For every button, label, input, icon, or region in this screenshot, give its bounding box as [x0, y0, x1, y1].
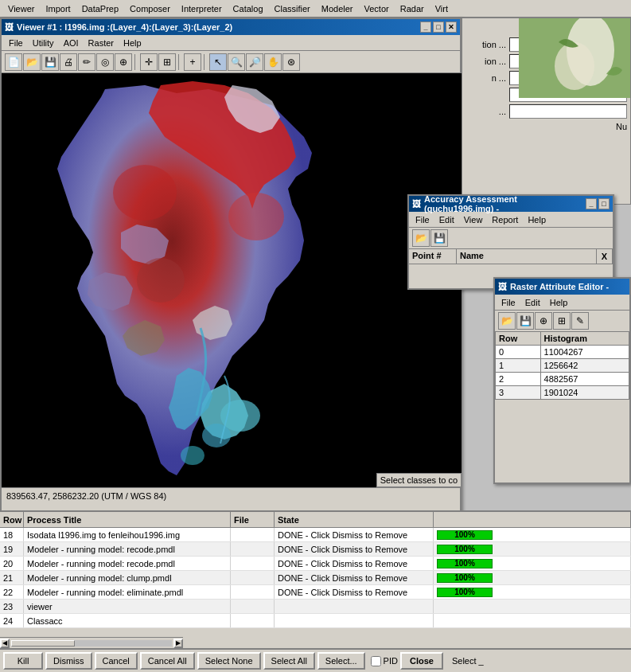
menu-catalog[interactable]: Catalog — [228, 2, 268, 15]
col-name: Name — [457, 249, 597, 264]
crosshair-icon[interactable]: ✛ — [140, 53, 158, 71]
fit-icon[interactable]: ⊞ — [158, 53, 176, 71]
cancel-button[interactable]: Cancel — [95, 652, 138, 670]
pid-label: PID — [384, 656, 398, 666]
top-menubar: Viewer Import DataPrep Composer Interpre… — [0, 0, 631, 18]
scrollbar-thumb[interactable] — [11, 640, 75, 647]
raster-menu-help[interactable]: Help — [547, 297, 571, 308]
maximize-button[interactable]: □ — [433, 21, 444, 33]
menu-viewer[interactable]: Viewer — [3, 2, 39, 15]
zoom-in-icon[interactable]: 🔍 — [228, 53, 245, 71]
raster-menu-file[interactable]: File — [498, 297, 519, 308]
log-cell-title-3: Modeler - running model: clump.pmdl — [24, 571, 231, 584]
menu-raster[interactable]: Raster — [84, 37, 118, 49]
dismiss-button[interactable]: Dismiss — [45, 652, 92, 670]
raster-tool1-icon[interactable]: ⊕ — [535, 312, 552, 330]
acc-save-icon[interactable]: 💾 — [430, 229, 448, 247]
new-icon[interactable]: 📄 — [5, 53, 22, 71]
scrollbar-track[interactable] — [11, 640, 172, 647]
zoom-out-icon[interactable]: 🔎 — [246, 53, 263, 71]
save-icon[interactable]: 💾 — [41, 53, 59, 71]
log-cell-progress-5 — [434, 600, 631, 613]
menu-dataprep[interactable]: DataPrep — [77, 2, 123, 15]
circle-icon[interactable]: ◎ — [96, 53, 114, 71]
scroll-left-btn[interactable]: ◀ — [0, 639, 10, 648]
raster-tool3-icon[interactable]: ✎ — [571, 312, 589, 330]
pid-checkbox[interactable] — [371, 656, 381, 666]
menu-help[interactable]: Help — [119, 37, 146, 49]
log-cell-state-6 — [275, 614, 434, 627]
log-col-progress — [434, 512, 631, 527]
menu-aoi[interactable]: AOI — [60, 37, 83, 49]
menu-utility[interactable]: Utility — [29, 37, 58, 49]
horizontal-scrollbar[interactable]: ◀ ▶ — [0, 637, 183, 648]
accuracy-table-header: Point # Name X — [409, 248, 613, 264]
svg-point-3 — [181, 446, 204, 465]
acc-menu-help[interactable]: Help — [524, 214, 549, 225]
right-panel-row-5: ... — [465, 104, 627, 119]
raster-save-icon[interactable]: 💾 — [516, 312, 534, 330]
close-button[interactable]: ✕ — [446, 21, 457, 33]
menu-modeler[interactable]: Modeler — [317, 2, 358, 15]
log-panel: Row Process Title File State 18Isodata l… — [0, 510, 631, 648]
log-col-state: State — [275, 512, 434, 527]
menu-radar[interactable]: Radar — [395, 2, 429, 15]
tool1-icon[interactable]: ⊕ — [115, 53, 132, 71]
log-col-title: Process Title — [24, 512, 231, 527]
menu-interpreter[interactable]: Interpreter — [177, 2, 227, 15]
close-button-bottom[interactable]: Close — [400, 652, 443, 670]
accuracy-minimize[interactable]: _ — [586, 198, 597, 209]
log-cell-progress-4: 100% — [434, 585, 631, 599]
plus-icon[interactable]: + — [184, 53, 201, 71]
minimize-button[interactable]: _ — [420, 21, 431, 33]
raster-col-row: Row — [496, 332, 541, 346]
raster-tool2-icon[interactable]: ⊞ — [553, 312, 571, 330]
scroll-right-btn[interactable]: ▶ — [173, 639, 183, 648]
log-cell-state-4: DONE - Click Dismiss to Remove — [275, 585, 434, 599]
toolbar-separator-1 — [134, 54, 138, 70]
log-cell-row-3: 21 — [0, 571, 24, 584]
menu-composer[interactable]: Composer — [125, 2, 175, 15]
accuracy-titlebar: 🖼 Accuracy Assessment (quchu1996.img) - … — [409, 196, 613, 212]
log-cell-file-3 — [231, 571, 275, 584]
svg-point-1 — [220, 400, 260, 432]
print-icon[interactable]: 🖨 — [60, 53, 77, 71]
viewer-canvas: Select classes to co — [2, 73, 462, 487]
acc-open-icon[interactable]: 📂 — [412, 229, 430, 247]
acc-menu-file[interactable]: File — [412, 214, 433, 225]
log-cell-progress-0: 100% — [434, 528, 631, 541]
raster-open-icon[interactable]: 📂 — [498, 312, 516, 330]
log-cell-state-5 — [275, 600, 434, 613]
pid-checkbox-group: PID — [371, 656, 398, 666]
raster-row-hist-3: 1901024 — [540, 386, 629, 400]
menu-import[interactable]: Import — [41, 2, 75, 15]
menu-classifier[interactable]: Classifier — [270, 2, 315, 15]
acc-menu-report[interactable]: Report — [489, 214, 521, 225]
log-cell-progress-1: 100% — [434, 542, 631, 556]
menu-file[interactable]: File — [5, 37, 27, 49]
menu-virt[interactable]: Virt — [430, 2, 453, 15]
acc-menu-view[interactable]: View — [461, 214, 486, 225]
select-all-button[interactable]: Select All — [263, 652, 315, 670]
viewer-window: 🖼 Viewer #1 : l1996.img :(Layer_4):(Laye… — [0, 18, 462, 519]
pencil-icon[interactable]: ✏ — [78, 53, 95, 71]
log-row-3: 21Modeler - running model: clump.pmdlDON… — [0, 571, 631, 585]
cancel-all-button[interactable]: Cancel All — [140, 652, 195, 670]
pan-icon[interactable]: ✋ — [264, 53, 282, 71]
kill-button[interactable]: Kill — [3, 652, 43, 670]
raster-attribute-editor: 🖼 Raster Attribute Editor - File Edit He… — [493, 277, 631, 484]
acc-menu-edit[interactable]: Edit — [436, 214, 458, 225]
raster-row-hist-1: 1256642 — [540, 359, 629, 373]
select-button[interactable]: Select... — [317, 652, 365, 670]
select-none-button[interactable]: Select None — [197, 652, 261, 670]
link-icon[interactable]: ⊛ — [282, 53, 300, 71]
menu-vector[interactable]: Vector — [360, 2, 394, 15]
log-row-1: 19Modeler - running model: recode.pmdlDO… — [0, 542, 631, 557]
log-cell-row-4: 22 — [0, 585, 24, 599]
accuracy-maximize[interactable]: □ — [598, 198, 610, 209]
select-icon[interactable]: ↖ — [209, 53, 227, 71]
log-row-0: 18Isodata l1996.img to fenleihou1996.img… — [0, 528, 631, 542]
open-icon[interactable]: 📂 — [23, 53, 41, 71]
accuracy-close-btn[interactable]: X — [597, 249, 613, 264]
raster-menu-edit[interactable]: Edit — [522, 297, 543, 308]
